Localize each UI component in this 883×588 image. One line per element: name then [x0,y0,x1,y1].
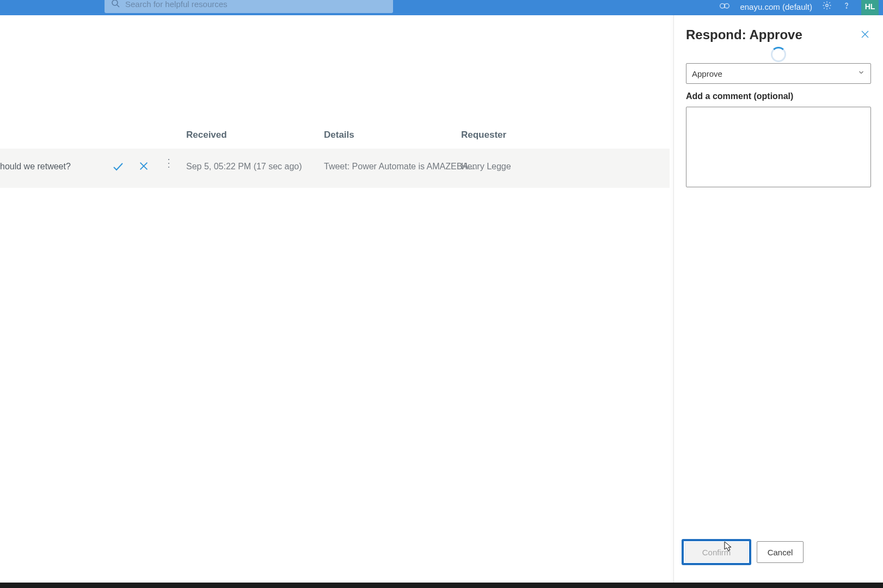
search-icon [111,0,120,10]
svg-line-1 [117,5,119,7]
header-right: enayu.com (default) HL [719,0,879,15]
avatar-initials: HL [865,2,875,11]
confirm-button[interactable]: Confirm [685,542,748,562]
col-requester[interactable]: Requester [461,130,506,140]
taskbar [0,583,883,588]
svg-point-0 [112,0,118,5]
close-icon[interactable] [860,29,870,41]
avatar[interactable]: HL [861,0,879,15]
row-details: Tweet: Power Automate is AMAZEBA... [324,162,475,171]
row-received: Sep 5, 05:22 PM (17 sec ago) [186,162,302,171]
row-title: hould we retweet? [0,162,71,171]
svg-point-2 [720,4,725,8]
check-icon[interactable] [112,160,125,175]
help-icon[interactable] [842,1,851,13]
gear-icon[interactable] [822,1,832,13]
environment-icon[interactable] [719,1,730,12]
more-icon[interactable]: ⋮ [163,157,174,168]
respond-panel: Respond: Approve Approve Add a comment (… [673,15,883,583]
comment-input[interactable] [686,107,871,187]
decision-select[interactable]: Approve [686,63,871,84]
table-header: Received Details Requester [0,121,670,149]
decision-value: Approve [692,69,722,78]
cancel-button[interactable]: Cancel [757,541,804,563]
chevron-down-icon [857,69,865,78]
col-details[interactable]: Details [324,130,354,140]
svg-point-4 [826,4,829,7]
tenant-label: enayu.com (default) [740,2,812,11]
panel-title: Respond: Approve [686,27,871,42]
panel-footer: Confirm Cancel [682,539,875,565]
table-row[interactable]: hould we retweet? ⋮ Sep 5, 05:22 PM (17 … [0,149,670,188]
confirm-button-highlight: Confirm [682,539,751,565]
row-requester: Henry Legge [461,162,511,171]
loading-spinner-icon [771,47,786,62]
content-area: Received Details Requester hould we retw… [0,15,670,583]
col-received[interactable]: Received [186,130,227,140]
top-header: Search for helpful resources enayu.com (… [0,0,883,15]
search-input[interactable]: Search for helpful resources [105,0,393,13]
svg-point-5 [846,8,847,8]
svg-point-3 [725,4,729,8]
search-placeholder: Search for helpful resources [125,0,228,13]
comment-label: Add a comment (optional) [686,91,871,101]
x-icon[interactable] [138,160,150,174]
